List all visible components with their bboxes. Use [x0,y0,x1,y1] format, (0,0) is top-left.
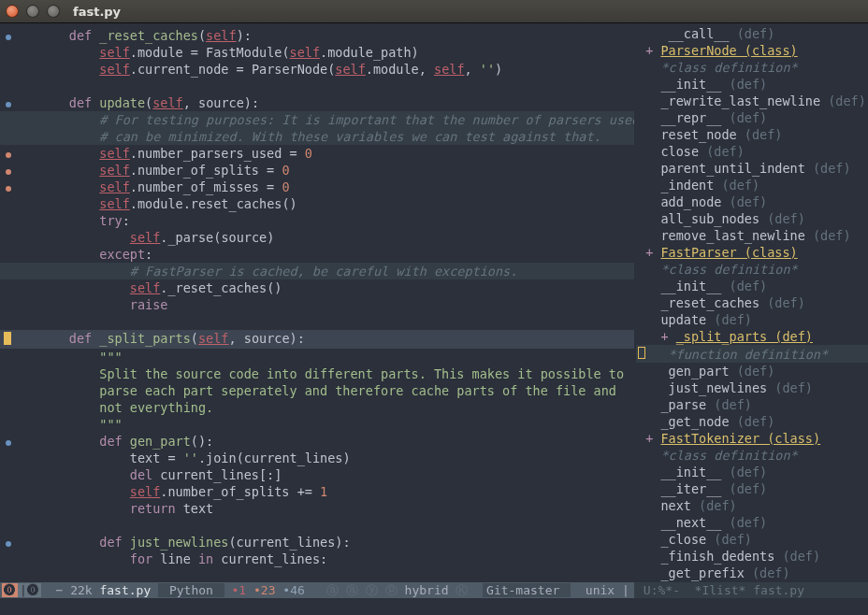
outline-row[interactable]: _indent (def) [636,177,868,193]
modeline-fly-warn: •23 [246,583,275,597]
outline-row[interactable]: __next__ (def) [636,514,868,531]
outline-row[interactable]: _get_prefix (def) [636,565,868,581]
code-text: """ [20,416,123,433]
code-line[interactable]: self.module = FastModule(self.module_pat… [0,44,634,61]
code-line[interactable]: try: [0,212,634,229]
code-line[interactable]: """ [0,416,634,433]
fringe-dot-icon [6,102,11,107]
outline-row[interactable]: all_sub_nodes (def) [636,210,868,227]
outline-area[interactable]: __call__ (def) + ParserNode (class) *cla… [634,23,868,582]
code-text: self.module.reset_caches() [20,195,297,212]
code-line[interactable]: # can be minimized. With these variables… [0,128,634,145]
code-line[interactable]: self.number_of_splits = 0 [0,162,634,179]
titlebar: fast.py [0,0,868,22]
outline-row[interactable]: _rewrite_last_newline (def) [636,93,868,109]
code-line[interactable]: self.current_node = ParserNode(self.modu… [0,61,634,78]
code-text: not everything. [20,399,213,416]
minibuffer[interactable] [0,598,868,615]
code-line[interactable]: def update(self, source): [0,94,634,111]
outline-row[interactable]: close (def) [636,143,868,160]
code-line[interactable]: """ [0,349,634,365]
outline-row[interactable]: + ParserNode (class) [636,42,868,59]
code-line[interactable]: def _split_parts(self, source): [0,330,634,349]
outline-row[interactable]: *class definition* [636,261,868,278]
code-line[interactable]: # For testing purposes: It is important … [0,111,634,128]
code-text: self.number_of_misses = 0 [20,179,290,195]
code-text: raise [20,296,167,313]
window-max-button[interactable] [47,5,60,18]
outline-row[interactable]: + FastTokenizer (class) [636,430,868,447]
code-line[interactable]: self.number_of_misses = 0 [0,179,634,195]
code-line[interactable]: self.module.reset_caches() [0,195,634,212]
code-text: del current_lines[:] [20,466,282,483]
code-line[interactable]: self.number_of_splits += 1 [0,483,634,500]
code-text: parse each part seperately and therefore… [20,382,616,399]
code-line[interactable]: self.number_parsers_used = 0 [0,145,634,162]
code-line[interactable] [0,313,634,330]
code-text: # can be minimized. With these variables… [20,128,601,145]
code-text: def gen_part(): [20,433,213,450]
modeline-size: − 22k [41,583,100,597]
modeline-left[interactable]: ⓿|⓿ − 22k fast.py Python •1 •23 •46 ⓐ ⓐ … [0,582,634,598]
code-line[interactable]: Split the source code into different par… [0,365,634,382]
code-text: self.number_of_splits = 0 [20,162,290,179]
window-min-button[interactable] [26,5,39,18]
outline-row[interactable]: _parse (def) [636,396,868,413]
code-line[interactable]: # FastParser is cached, be careful with … [0,263,634,279]
outline-row[interactable]: + _split_parts (def) [636,328,868,345]
outline-row[interactable]: __init__ (def) [636,464,868,480]
gutter [4,179,17,195]
code-text: def update(self, source): [20,94,259,111]
outline-row[interactable]: _reset_caches (def) [636,294,868,311]
outline-row[interactable]: *class definition* [636,59,868,76]
code-line[interactable] [0,78,634,94]
outline-row[interactable]: reset_node (def) [636,126,868,143]
outline-row[interactable]: update (def) [636,311,868,328]
window-title: fast.py [73,5,121,19]
window-close-button[interactable] [6,5,19,18]
outline-row[interactable]: just_newlines (def) [636,379,868,396]
code-line[interactable]: for line in current_lines: [0,551,634,567]
code-line[interactable]: not everything. [0,399,634,416]
code-line[interactable]: return text [0,500,634,517]
code-line[interactable]: parse each part seperately and therefore… [0,382,634,399]
code-line[interactable]: raise [0,296,634,313]
outline-row[interactable]: __init__ (def) [636,76,868,93]
code-line[interactable]: def just_newlines(current_lines): [0,534,634,551]
modeline-warn-icon: ⓿ [2,583,18,597]
outline-row[interactable]: __init__ (def) [636,278,868,294]
code-line[interactable] [0,517,634,534]
outline-row[interactable]: gen_part (def) [636,363,868,379]
code-text: """ [20,349,123,365]
outline-row[interactable]: _finish_dedents (def) [636,548,868,565]
code-line[interactable]: self._parse(source) [0,229,634,246]
code-text: text = ''.join(current_lines) [20,450,351,466]
code-text: def just_newlines(current_lines): [20,534,351,551]
modeline-right[interactable]: U:%*- *Ilist* fast.py [634,582,868,598]
code-line[interactable]: except: [0,246,634,263]
outline-row[interactable]: add_node (def) [636,193,868,210]
outline-row[interactable]: _get_node (def) [636,413,868,430]
code-area[interactable]: def _reset_caches(self): self.module = F… [0,23,634,582]
code-text: self.module = FastModule(self.module_pat… [20,44,419,61]
code-line[interactable]: def gen_part(): [0,433,634,450]
code-text: # For testing purposes: It is important … [20,111,634,128]
fringe-dot-icon [6,35,11,40]
code-line[interactable]: self._reset_caches() [0,279,634,296]
outline-row[interactable]: __call__ (def) [636,25,868,42]
code-text: try: [20,212,130,229]
outline-row[interactable]: + FastParser (class) [636,244,868,261]
fringe-dot-icon [6,440,11,446]
outline-row[interactable]: parent_until_indent (def) [636,160,868,177]
code-line[interactable]: text = ''.join(current_lines) [0,450,634,466]
code-line[interactable]: def _reset_caches(self): [0,27,634,44]
outline-row[interactable]: _close (def) [636,531,868,548]
outline-row[interactable]: __repr__ (def) [636,109,868,126]
outline-row[interactable]: next (def) [636,497,868,514]
code-text [20,517,38,534]
outline-row[interactable]: *class definition* [636,447,868,464]
outline-row[interactable]: *function definition* [636,345,868,363]
outline-row[interactable]: remove_last_newline (def) [636,227,868,244]
outline-row[interactable]: __iter__ (def) [636,480,868,497]
code-line[interactable]: del current_lines[:] [0,466,634,483]
